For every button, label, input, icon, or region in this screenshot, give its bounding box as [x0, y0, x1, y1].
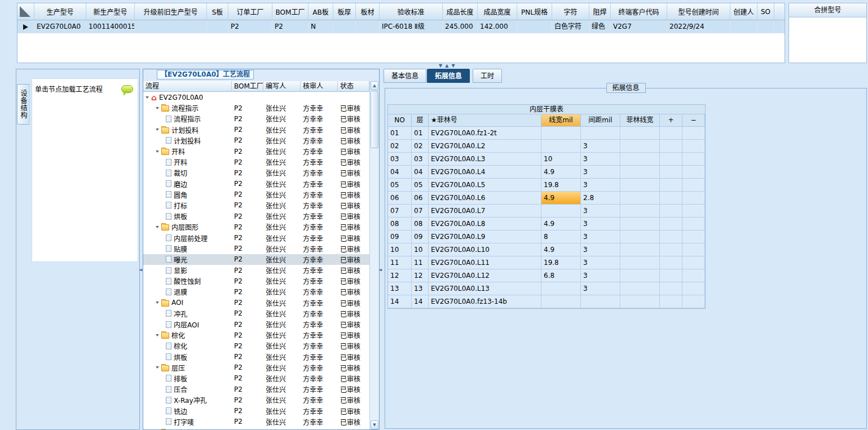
product-grid-cell[interactable] [207, 20, 228, 33]
film-table-cell[interactable] [581, 295, 620, 308]
tree-node[interactable]: AOIP2张仕兴方幸幸已审核 [143, 298, 369, 308]
tree-node[interactable]: 打标P2张仕兴方幸幸已审核 [143, 200, 369, 211]
film-table-cell[interactable]: 19.8 [541, 179, 581, 192]
film-table-cell[interactable] [660, 192, 682, 205]
tree-node[interactable]: 内层前处理P2张仕兴方幸幸已审核 [143, 232, 369, 243]
product-grid-cell[interactable] [757, 20, 774, 33]
film-table-cell[interactable]: 3 [581, 243, 620, 256]
film-table-cell[interactable] [682, 230, 705, 243]
tree-node[interactable]: 打字唛P2张仕兴方幸幸已审核 [143, 416, 369, 427]
tree-node[interactable]: 压合P2张仕兴方幸幸已审核 [143, 384, 369, 394]
film-table-cell[interactable]: 07 [388, 205, 412, 218]
film-table-cell[interactable] [682, 205, 705, 218]
film-table-cell[interactable]: EV2G70L0A0.L9 [429, 230, 541, 243]
film-table-cell[interactable]: 3 [581, 218, 620, 230]
film-table-cell[interactable]: 12 [412, 269, 429, 282]
film-table-cell[interactable] [620, 205, 660, 218]
tree-node[interactable]: X-Ray冲孔P2张仕兴方幸幸已审核 [143, 394, 369, 405]
product-grid-cell[interactable]: N [309, 20, 333, 33]
film-table-cell[interactable] [660, 295, 682, 308]
film-table-row[interactable]: 1010EV2G70L0A0.L104.93 [388, 243, 705, 256]
film-table-cell[interactable] [682, 269, 705, 282]
tree-node[interactable]: 棕化P2张仕兴方幸幸已审核 [143, 340, 369, 351]
product-grid-cell[interactable] [356, 20, 380, 33]
tab-basic-info[interactable]: 基本信息 [384, 69, 426, 83]
film-table-cell[interactable]: EV2G70L0A0.L11 [429, 256, 541, 269]
product-grid-column-header[interactable]: 板厚 [333, 3, 356, 20]
film-table-cell[interactable]: 3 [581, 269, 620, 282]
collapse-left-icon[interactable] [378, 267, 382, 272]
product-grid-cell[interactable]: 2022/9/24 [667, 20, 730, 33]
film-table-row[interactable]: 0606EV2G70L0A0.L64.92.8 [388, 192, 705, 205]
film-table-cell[interactable] [660, 269, 682, 282]
film-table-cell[interactable] [682, 166, 705, 179]
film-table-cell[interactable]: 8 [541, 230, 581, 243]
film-table-cell[interactable] [620, 256, 660, 269]
film-table-cell[interactable]: 3 [581, 230, 620, 243]
product-grid-column-header[interactable]: 型号创建时间 [667, 3, 730, 20]
film-table-cell[interactable]: 13 [412, 282, 429, 295]
film-table-row[interactable]: 0909EV2G70L0A0.L983 [388, 230, 705, 243]
tree-node[interactable]: 酸性蚀刻P2张仕兴方幸幸已审核 [143, 276, 369, 286]
product-grid-column-header[interactable]: 升级前旧生产型号 [135, 3, 207, 20]
tree-node[interactable]: 开料P2张仕兴方幸幸已审核 [143, 146, 369, 157]
film-table-cell[interactable]: 19.8 [541, 256, 581, 269]
scroll-down-icon[interactable] [371, 420, 378, 429]
film-table-cell[interactable]: 4.9 [541, 166, 581, 179]
film-table-cell[interactable]: EV2G70L0A0.L8 [429, 218, 541, 230]
product-grid-column-header[interactable]: 成品长度 [443, 3, 478, 20]
product-grid-cell[interactable] [333, 20, 356, 33]
expander-icon[interactable] [156, 334, 159, 336]
film-table-cell[interactable]: 12 [388, 269, 412, 282]
product-grid-cell[interactable]: P2 [272, 20, 309, 33]
product-grid-column-header[interactable]: 成品宽度 [478, 3, 517, 20]
film-table-cell[interactable] [620, 127, 660, 140]
film-table-cell[interactable]: EV2G70L0A0.L5 [429, 179, 541, 192]
film-table-cell[interactable]: EV2G70L0A0.L12 [429, 269, 541, 282]
film-table-cell[interactable] [682, 243, 705, 256]
film-table-row[interactable]: 0303EV2G70L0A0.L3103 [388, 153, 705, 166]
film-table-row[interactable]: 1212EV2G70L0A0.L126.83 [388, 269, 705, 282]
film-table-cell[interactable] [682, 140, 705, 153]
product-grid-column-header[interactable]: 字符 [552, 3, 589, 20]
product-grid-cell[interactable]: 245.000 [443, 20, 478, 33]
film-table-row[interactable]: 1111EV2G70L0A0.L1119.83 [388, 256, 705, 269]
film-table-cell[interactable]: 3 [581, 205, 620, 218]
film-table-cell[interactable]: 09 [388, 230, 412, 243]
flow-column-header[interactable]: 状态 [338, 81, 369, 92]
film-table-cell[interactable]: 11 [388, 256, 412, 269]
film-table-cell[interactable]: 01 [412, 127, 429, 140]
tree-node[interactable]: 烘板P2张仕兴方幸幸已审核 [143, 352, 369, 362]
product-grid-cell[interactable] [730, 20, 757, 33]
product-grid-column-header[interactable]: 终端客户代码 [611, 3, 667, 20]
product-grid-column-header[interactable]: SO [757, 3, 774, 20]
tree-node[interactable]: 流程指示P2张仕兴方幸幸已审核 [143, 113, 369, 124]
product-grid-column-header[interactable]: 验收标准 [380, 3, 443, 20]
film-table-cell[interactable] [660, 140, 682, 153]
tree-node[interactable]: 层压P2张仕兴方幸幸已审核 [143, 362, 369, 373]
product-grid-column-header[interactable]: S板 [207, 3, 228, 20]
film-table-cell[interactable] [620, 166, 660, 179]
film-table-cell[interactable]: EV2G70L0A0.L4 [429, 166, 541, 179]
film-table-cell[interactable]: 09 [412, 230, 429, 243]
film-table-cell[interactable]: 3 [581, 282, 620, 295]
film-table-action-header[interactable]: − [682, 114, 705, 127]
product-grid-column-header[interactable]: 板材 [356, 3, 380, 20]
film-table-cell[interactable]: EV2G70L0A0.L3 [429, 153, 541, 166]
film-table-cell[interactable]: 3 [581, 256, 620, 269]
product-grid-column-header[interactable]: PNL规格 [517, 3, 552, 20]
film-table-cell[interactable]: 3 [581, 140, 620, 153]
film-table-cell[interactable]: 4.9 [541, 218, 581, 230]
film-table-cell[interactable]: EV2G70L0A0.L6 [429, 192, 541, 205]
film-table-cell[interactable]: 3 [581, 153, 620, 166]
product-grid-column-header[interactable]: 创建人 [730, 3, 757, 20]
film-table-cell[interactable]: 6.8 [541, 269, 581, 282]
film-table-cell[interactable]: 08 [388, 218, 412, 230]
product-grid-cell[interactable] [135, 20, 207, 33]
product-grid-cell[interactable]: P2 [228, 20, 272, 33]
film-table-cell[interactable] [682, 192, 705, 205]
product-grid-cell[interactable] [517, 20, 552, 33]
product-grid-column-header[interactable]: 生产型号 [34, 3, 86, 20]
tree-node[interactable]: 内层图形P2张仕兴方幸幸已审核 [143, 221, 369, 232]
product-grid-column-header[interactable]: 新生产型号 [86, 3, 135, 20]
